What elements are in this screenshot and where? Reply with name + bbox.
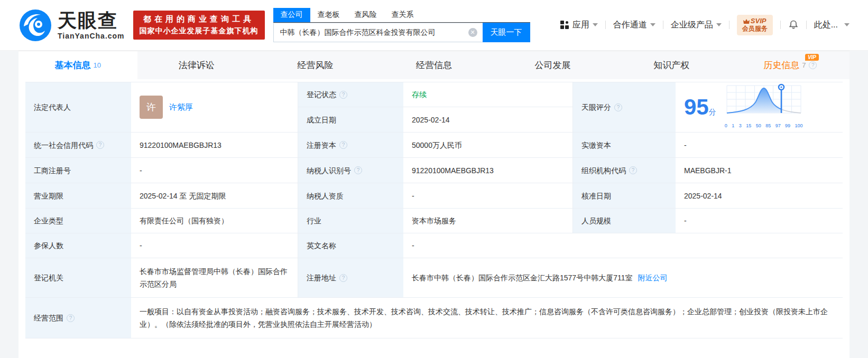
field-label-industry: 行业 xyxy=(298,209,403,233)
field-label-reg-capital: 注册资本 xyxy=(298,133,403,158)
help-icon[interactable] xyxy=(614,103,622,111)
nearby-companies-link[interactable]: 附近公司 xyxy=(638,271,667,284)
svip-member-button[interactable]: SVIP 会员服务 xyxy=(737,15,773,35)
divider xyxy=(729,21,730,29)
field-label-text: 注册地址 xyxy=(307,271,336,284)
help-icon[interactable] xyxy=(809,61,817,69)
divider xyxy=(605,21,606,29)
search-tab-boss[interactable]: 查老板 xyxy=(310,8,347,22)
search-tabs: 查公司 查老板 查风险 查关系 xyxy=(273,8,530,23)
field-label-text: 纳税人识别号 xyxy=(307,164,351,177)
field-value-taxpayer-quality: - xyxy=(403,183,572,209)
field-label-business-scope: 经营范围 xyxy=(25,298,131,338)
field-value-text: 91220100MAEBGBJR13 xyxy=(140,139,221,152)
tab-basic-info[interactable]: 基本信息 10 xyxy=(19,51,137,79)
field-label-reg-address: 注册地址 xyxy=(298,258,403,298)
axis-tick: 100 xyxy=(795,119,803,132)
field-value-score: 95分 xyxy=(676,82,843,133)
field-value-company-type: 有限责任公司（国有独资） xyxy=(131,209,298,233)
field-label-text: 营业期限 xyxy=(34,190,63,202)
search-input[interactable] xyxy=(273,23,483,42)
field-label-text: 企业类型 xyxy=(34,214,63,227)
field-value-text: - xyxy=(684,139,687,152)
search-tab-risk[interactable]: 查风险 xyxy=(347,8,384,22)
field-label-business-term: 营业期限 xyxy=(25,183,131,209)
score-chart-axis: 0 1 3 15 50 85 97 99 100 xyxy=(724,119,804,132)
tab-label: 经营风险 xyxy=(297,59,333,71)
search-tab-relation[interactable]: 查关系 xyxy=(384,8,421,22)
field-value-org-code: MAEBGBJR-1 xyxy=(676,158,843,183)
tab-count-badge: 7 xyxy=(802,61,806,69)
tab-label: 历史信息 xyxy=(763,59,799,71)
nav-apps-label: 应用 xyxy=(572,20,589,31)
tab-company-development[interactable]: 公司发展 xyxy=(493,51,612,79)
section-tabs: 基本信息 10 法律诉讼 经营风险 经营信息 公司发展 知识产权 VIP 历史信… xyxy=(19,51,849,79)
help-icon[interactable] xyxy=(67,314,75,322)
tab-operating-risk[interactable]: 经营风险 xyxy=(256,51,375,79)
nav-partner-channel[interactable]: 合作通道 xyxy=(613,20,655,31)
field-value-insured-count: - xyxy=(131,233,298,258)
field-label-text: 注册资本 xyxy=(307,139,336,152)
field-label-text: 核准日期 xyxy=(581,190,611,202)
help-icon[interactable] xyxy=(354,166,362,174)
tianyancha-logo[interactable]: 天眼查 TianYanCha.com xyxy=(19,8,125,42)
field-label-score: 天眼评分 xyxy=(572,82,676,133)
tab-intellectual-property[interactable]: 知识产权 xyxy=(612,51,731,79)
field-value-text: 一般项目：以自有资金从事投资活动；融资咨询服务；技术服务、技术开发、技术咨询、技… xyxy=(140,305,834,331)
field-label-company-type: 企业类型 xyxy=(25,209,131,233)
field-label-approval-date: 核准日期 xyxy=(572,183,676,209)
help-icon[interactable] xyxy=(339,274,347,282)
field-value-reg-address: 长春市中韩（长春）国际合作示范区金汇大路1577号中韩大厦711室 附近公司 xyxy=(403,258,843,298)
help-icon[interactable] xyxy=(339,141,347,149)
chevron-down-icon xyxy=(844,23,849,26)
help-icon[interactable] xyxy=(629,166,637,174)
basic-info-table: 法定代表人 许 许紫厚 登记状态 存续 成立日期 2025-02-14 天眼评分… xyxy=(25,82,843,338)
tab-label: 基本信息 xyxy=(55,59,91,71)
field-label-text: 行业 xyxy=(307,214,321,227)
status-text: 存续 xyxy=(412,88,427,101)
field-label-insured-count: 参保人数 xyxy=(25,233,131,258)
field-value-english-name: - xyxy=(403,233,843,258)
field-value-industry: 资本市场服务 xyxy=(403,209,572,233)
tab-legal-proceedings[interactable]: 法律诉讼 xyxy=(137,51,256,79)
tab-history-info[interactable]: VIP 历史信息 7 xyxy=(731,51,849,79)
field-label-taxpayer-quality: 纳税人资质 xyxy=(298,183,403,209)
search-button[interactable]: 天眼一下 xyxy=(483,23,530,42)
tianyancha-logo-icon xyxy=(19,8,52,42)
tab-label: 公司发展 xyxy=(535,59,571,71)
field-label-paid-capital: 实缴资本 xyxy=(572,133,676,158)
field-label-text: 工商注册号 xyxy=(34,164,71,177)
help-icon[interactable] xyxy=(96,141,104,149)
field-label-credit-code: 统一社会信用代码 xyxy=(25,133,131,158)
promo-line1: 都在用的商业查询工具 xyxy=(140,14,258,24)
nav-account-label: 此处... xyxy=(814,20,838,31)
legal-rep-name-link[interactable]: 许紫厚 xyxy=(169,101,193,114)
field-label-text: 登记机关 xyxy=(34,271,63,284)
nav-enterprise-products[interactable]: 企业级产品 xyxy=(671,20,722,31)
field-label-text: 成立日期 xyxy=(307,114,336,126)
field-label-staff-size: 人员规模 xyxy=(572,209,676,233)
field-value-reg-capital: 50000万人民币 xyxy=(403,133,572,158)
nav-account-more[interactable]: 此处... xyxy=(814,20,849,31)
notification-bell-icon[interactable] xyxy=(788,19,799,31)
field-value-text: 资本市场服务 xyxy=(412,214,456,227)
clear-search-icon[interactable]: ✕ xyxy=(468,28,477,37)
search-tab-company[interactable]: 查公司 xyxy=(273,8,310,22)
company-detail-panel: 基本信息 10 法律诉讼 经营风险 经营信息 公司发展 知识产权 VIP 历史信… xyxy=(19,51,849,358)
legal-rep-avatar[interactable]: 许 xyxy=(140,96,163,119)
tab-business-info[interactable]: 经营信息 xyxy=(375,51,494,79)
logo-domain: TianYanCha.com xyxy=(58,32,125,40)
help-icon[interactable] xyxy=(339,91,347,99)
field-label-text: 英文名称 xyxy=(307,239,336,252)
field-value-text: - xyxy=(684,214,687,227)
promo-line2: 国家中小企业发展子基金旗下机构 xyxy=(140,26,258,36)
vip-badge: VIP xyxy=(805,54,819,61)
axis-tick: 50 xyxy=(756,119,761,132)
field-value-staff-size: - xyxy=(676,209,843,233)
field-label-text: 登记状态 xyxy=(307,88,336,101)
field-value-paid-capital: - xyxy=(676,133,843,158)
chevron-down-icon xyxy=(716,23,722,26)
nav-apps[interactable]: 应用 xyxy=(560,20,598,31)
field-value-reg-number: - xyxy=(131,158,298,183)
field-label-text: 参保人数 xyxy=(34,239,63,252)
